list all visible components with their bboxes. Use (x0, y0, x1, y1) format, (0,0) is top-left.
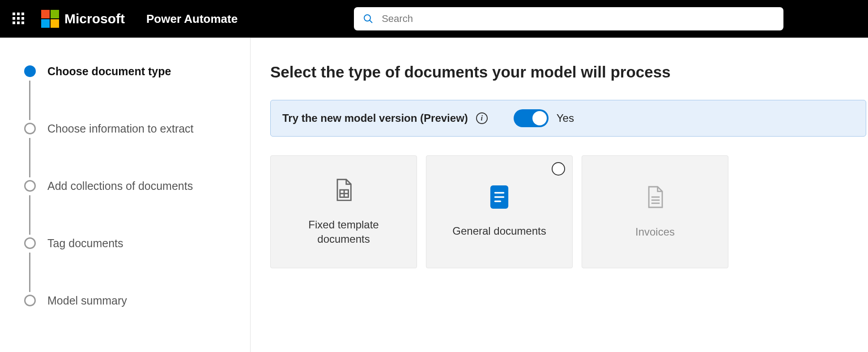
svg-point-0 (364, 15, 370, 21)
search-box[interactable] (354, 7, 783, 30)
wizard-step-label: Choose information to extract (47, 123, 194, 134)
app-name: Power Automate (146, 12, 238, 26)
doc-type-card-label: General documents (440, 224, 558, 238)
step-connector (29, 138, 30, 177)
search-input[interactable] (382, 13, 774, 25)
doc-type-card[interactable]: General documents (426, 155, 573, 268)
wizard-step[interactable]: Tag documents (24, 237, 232, 295)
main-content: Select the type of documents your model … (251, 38, 868, 352)
wizard-step[interactable]: Add collections of documents (24, 180, 232, 237)
step-connector (29, 253, 30, 292)
microsoft-logo: Microsoft (41, 10, 125, 28)
wizard-step[interactable]: Choose information to extract (24, 123, 232, 180)
doc-type-card[interactable]: Invoices (582, 155, 728, 268)
general-doc-icon (490, 185, 509, 210)
preview-toggle[interactable] (514, 109, 549, 127)
wizard-step[interactable]: Choose document type (24, 65, 232, 123)
card-radio-icon[interactable] (552, 162, 565, 176)
step-bullet-icon (24, 237, 36, 249)
template-doc-icon (332, 177, 355, 204)
preview-banner: Try the new model version (Preview) i Ye… (270, 100, 866, 137)
page-title: Select the type of documents your model … (270, 63, 868, 81)
wizard-step-label: Tag documents (47, 237, 123, 249)
app-launcher-icon[interactable] (13, 13, 25, 25)
search-icon (363, 13, 374, 24)
wizard-step-label: Model summary (47, 295, 127, 306)
wizard-sidebar: Choose document typeChoose information t… (0, 38, 251, 352)
wizard-step[interactable]: Model summary (24, 295, 232, 306)
doc-type-card-label: Fixed template documents (271, 218, 417, 247)
svg-line-1 (370, 20, 372, 23)
preview-toggle-label: Yes (557, 112, 574, 124)
microsoft-brand-text: Microsoft (64, 11, 125, 26)
microsoft-logo-icon (41, 10, 59, 28)
preview-banner-text: Try the new model version (Preview) (282, 112, 468, 124)
invoice-doc-icon (645, 185, 665, 211)
wizard-step-label: Add collections of documents (47, 180, 193, 192)
step-bullet-icon (24, 295, 36, 306)
step-bullet-icon (24, 65, 36, 77)
step-connector (29, 81, 30, 120)
info-icon[interactable]: i (476, 112, 488, 124)
doc-type-card-label: Invoices (623, 225, 687, 239)
wizard-step-label: Choose document type (47, 65, 171, 77)
doc-type-card[interactable]: Fixed template documents (270, 155, 417, 268)
step-bullet-icon (24, 180, 36, 192)
step-bullet-icon (24, 123, 36, 134)
step-connector (29, 195, 30, 235)
app-header: Microsoft Power Automate (0, 0, 868, 38)
